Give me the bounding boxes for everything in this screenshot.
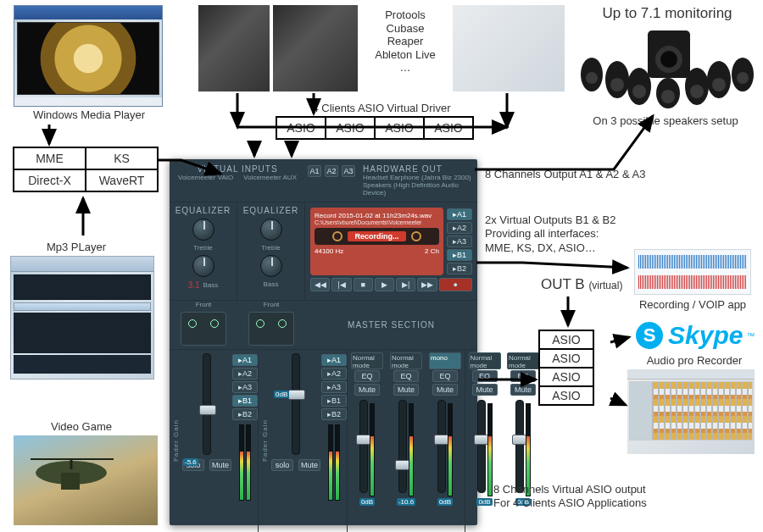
arrows-layer (0, 0, 763, 532)
svg-line-32 (610, 398, 626, 405)
svg-line-31 (610, 337, 629, 342)
